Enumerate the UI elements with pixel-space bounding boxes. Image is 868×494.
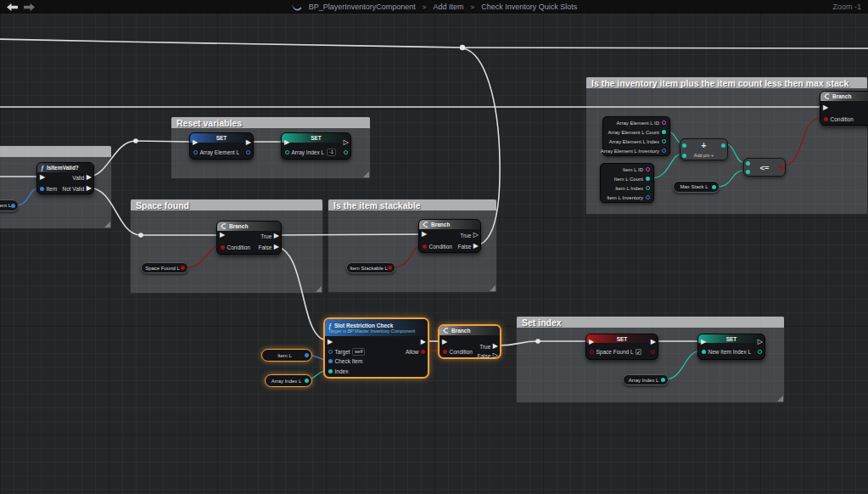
var-input-pin[interactable]: New Item Index L (702, 348, 751, 355)
int-wire[interactable] (718, 171, 742, 187)
exec-wire[interactable] (0, 39, 868, 48)
exec-in-pin[interactable]: ▶ (589, 339, 594, 345)
node-less-equal[interactable]: <= (743, 158, 786, 177)
exec-out-pin[interactable]: ▶ (246, 139, 251, 146)
exec-out-pin[interactable]: ▷ (344, 139, 349, 146)
exec-in-pin[interactable]: ▶ (40, 174, 45, 181)
condition-pin[interactable]: Condition (423, 243, 452, 250)
add-input-b-pin[interactable] (682, 152, 686, 159)
getter-array-index-setindex[interactable]: Array Index L (623, 374, 669, 385)
var-input-pin[interactable]: Array Element L (193, 149, 239, 155)
getter-stack-item[interactable]: Item L ID Item L Count Item L Index Item… (600, 163, 654, 203)
int-wire[interactable] (651, 154, 682, 178)
var-output-pin[interactable] (651, 348, 655, 355)
condition-pin[interactable]: Condition (221, 244, 250, 250)
node-branch-stackable[interactable]: Branch ▶ Condition ▷True ▶False (418, 219, 481, 253)
false-exec-out-pin[interactable]: ▶False (258, 244, 279, 250)
allow-output-pin[interactable]: Allow (406, 348, 425, 355)
pin-row[interactable]: Item L Count (601, 174, 653, 183)
false-exec-out-pin[interactable]: ▷False (477, 352, 498, 359)
breadcrumb-item[interactable]: Check Inventory Quick Slots (481, 3, 577, 11)
getter-item[interactable]: Item L (261, 349, 312, 362)
value-input[interactable]: -1 (327, 149, 336, 156)
node-set-space-found[interactable]: SET ▶ ▶ Space Found L✓ (585, 334, 658, 360)
getter-space-found[interactable]: Space Found L (141, 262, 188, 273)
pin-row[interactable]: Array Element L Count (603, 127, 669, 137)
getter-array-element[interactable]: Array Element L (0, 199, 19, 211)
self-value[interactable]: self (352, 348, 365, 356)
int-wire[interactable] (665, 351, 701, 379)
var-input-pin[interactable]: Space Found L✓ (590, 348, 641, 355)
exec-in-pin[interactable]: ▶ (193, 139, 198, 146)
node-branch-slot-check[interactable]: Branch ▶ Condition ▶True ▷False (439, 325, 501, 358)
object-wire[interactable] (16, 188, 39, 205)
target-pin[interactable]: Targetself (328, 348, 365, 355)
exec-wire[interactable] (88, 188, 220, 235)
node-branch-space-found[interactable]: Branch ▶ Condition ▶True ▶False (216, 221, 282, 255)
true-exec-out-pin[interactable]: ▷True (460, 232, 479, 239)
lte-input-a-pin[interactable] (746, 160, 750, 166)
node-set-new-item-index[interactable]: SET ▶ ▷ New Item Index L (697, 334, 765, 360)
pin-row[interactable]: Array Element L ID (603, 118, 669, 127)
add-pin-button[interactable]: Add pin + (680, 153, 727, 158)
reroute-node[interactable] (535, 339, 540, 344)
bool-wire[interactable] (393, 245, 421, 267)
check-item-pin[interactable]: Check Item (328, 357, 362, 364)
exec-out-pin[interactable]: ▶ (421, 339, 426, 345)
condition-pin[interactable]: Condition (443, 348, 473, 355)
pin-row[interactable]: Item L Inventory (601, 193, 653, 202)
exec-in-pin[interactable]: ▶ (220, 232, 225, 239)
exec-in-pin[interactable]: ▶ (442, 339, 447, 345)
exec-out-pin[interactable]: ▶ (651, 339, 656, 345)
lte-output-pin[interactable] (779, 164, 783, 171)
var-output-pin[interactable] (758, 348, 762, 355)
exec-wire[interactable] (463, 48, 500, 246)
item-input-pin[interactable]: Item (40, 185, 57, 192)
blueprint-graph-canvas[interactable]: vaild Reset variables Space found Is the… (0, 0, 868, 494)
node-set-array-index[interactable]: SET ▶ ▷ Array Index L-1 (281, 132, 351, 160)
bool-wire[interactable] (782, 118, 820, 166)
getter-item-stackable[interactable]: Item Stackable L (346, 262, 395, 273)
exec-wire[interactable] (274, 246, 327, 340)
lte-input-b-pin[interactable] (746, 168, 750, 175)
getter-max-stack[interactable]: Max Stack L (673, 181, 720, 193)
exec-in-pin[interactable]: ▶ (284, 139, 289, 146)
reroute-node[interactable] (138, 233, 143, 238)
breadcrumb-item[interactable]: BP_PlayerInventoryComponent (309, 3, 416, 11)
pin-row[interactable]: Item L Index (601, 183, 653, 193)
add-input-a-pin[interactable] (682, 142, 686, 149)
getter-array-index[interactable]: Array Index L (265, 374, 312, 387)
node-is-item-valid[interactable]: ƒIsItemValid? ▶ Item ▶Valid ▶Not Valid (36, 162, 94, 194)
not-valid-exec-out-pin[interactable]: ▶Not Valid (62, 185, 92, 192)
pin-row[interactable]: Item L ID (601, 165, 653, 174)
reroute-node[interactable] (460, 45, 465, 50)
node-branch-max-stack[interactable]: Branch ▶ Condition (820, 91, 868, 126)
valid-exec-out-pin[interactable]: ▶Valid (72, 174, 92, 181)
condition-pin[interactable]: Condition (824, 115, 854, 122)
exec-wire[interactable] (274, 234, 421, 235)
bool-wire[interactable] (187, 246, 221, 267)
pin-row[interactable]: Array Element L Inventory (603, 146, 669, 155)
reroute-node[interactable] (133, 138, 138, 143)
exec-in-pin[interactable]: ▶ (328, 339, 333, 345)
exec-in-pin[interactable]: ▶ (422, 231, 427, 238)
exec-wire[interactable] (498, 341, 591, 345)
index-pin[interactable]: Index (328, 368, 348, 374)
true-exec-out-pin[interactable]: ▶True (479, 343, 498, 350)
var-output-pin[interactable] (246, 149, 250, 155)
var-input-pin[interactable]: Array Index L-1 (285, 149, 336, 155)
breadcrumb-item[interactable]: Add Item (434, 3, 464, 11)
exec-out-pin[interactable]: ▷ (758, 339, 763, 345)
add-output-pin[interactable] (721, 142, 725, 149)
getter-stack-array-element[interactable]: Array Element L ID Array Element L Count… (602, 116, 670, 156)
bool-checkbox[interactable]: ✓ (636, 349, 641, 355)
node-add[interactable]: + Add pin + (680, 138, 728, 160)
exec-wire[interactable] (88, 141, 193, 177)
exec-in-pin[interactable]: ▶ (823, 104, 828, 111)
node-set-array-element[interactable]: SET ▶ ▶ Array Element L (189, 132, 254, 160)
true-exec-out-pin[interactable]: ▶True (260, 233, 279, 239)
false-exec-out-pin[interactable]: ▶False (457, 243, 479, 250)
var-output-pin[interactable] (344, 149, 348, 155)
pin-row[interactable]: Array Element L Index (603, 137, 669, 146)
exec-in-pin[interactable]: ▶ (701, 339, 706, 345)
